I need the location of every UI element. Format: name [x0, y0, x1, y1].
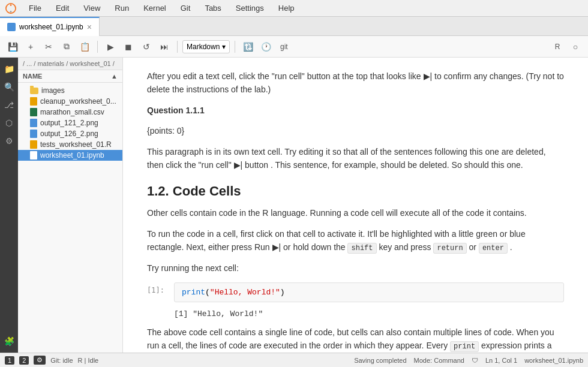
r-idle-status: R | Idle — [78, 357, 99, 364]
paste-button[interactable]: 📋 — [77, 39, 92, 55]
file-item-label: cleanup_worksheet_0... — [40, 97, 116, 106]
cursor-position: Ln 1, Col 1 — [485, 357, 517, 364]
saving-status: Saving completed — [354, 357, 406, 364]
return-code: return — [433, 243, 466, 254]
menu-view[interactable]: View — [81, 2, 103, 14]
sidebar-section-title: Name — [23, 73, 42, 80]
enter-code: enter — [479, 243, 508, 254]
tab-close-button[interactable]: × — [87, 23, 92, 31]
status-bar: 1 2 ⚙ Git: idle R | Idle Saving complete… — [0, 353, 588, 367]
code-run-paragraph: To run the code in a cell, first click o… — [147, 227, 564, 255]
string-arg: "Hello, World!" — [210, 288, 280, 297]
mode-status: Mode: Command — [414, 357, 464, 364]
tab-worksheet[interactable]: worksheet_01.ipynb × — [0, 17, 100, 36]
toolbar-separator-2 — [177, 41, 178, 53]
code-block[interactable]: print("Hello, World!") — [174, 282, 564, 302]
file-item-output121[interactable]: output_121_2.png — [18, 118, 122, 128]
save-button[interactable]: 💾 — [5, 39, 20, 55]
menu-settings[interactable]: Settings — [233, 2, 266, 14]
cut-button[interactable]: ✂ — [41, 39, 56, 55]
menu-file[interactable]: File — [26, 2, 44, 14]
tab-label: worksheet_01.ipynb — [19, 23, 83, 31]
svg-point-1 — [10, 4, 12, 6]
code-cell-1[interactable]: [1]: print("Hello, World!") — [147, 282, 564, 302]
try-running-text: Try running the next cell: — [147, 261, 564, 275]
file-item-label: tests_worksheet_01.R — [40, 140, 112, 149]
git-button[interactable]: git — [276, 39, 292, 55]
file-item-label: worksheet_01.ipynb — [40, 151, 104, 160]
file-panel: / ... / materials / worksheet_01 / Name … — [18, 58, 122, 353]
status-item1: 1 — [5, 356, 14, 365]
search-icon[interactable]: 🔍 — [2, 80, 16, 94]
sidebar: 📁 🔍 ⎇ ⬡ ⚙ 🧩 / ... / materials / workshee… — [0, 58, 123, 353]
clock-button[interactable]: 🕐 — [258, 39, 274, 55]
extensions-icon[interactable]: ⬡ — [2, 116, 16, 130]
file-item-label: images — [41, 86, 65, 95]
stop-button[interactable]: ◼ — [121, 39, 136, 55]
r-label-button[interactable]: R — [550, 39, 565, 55]
shield-icon: 🛡 — [472, 357, 478, 364]
menu-git[interactable]: Git — [178, 2, 193, 14]
sidebar-sort-icon[interactable]: ▲ — [111, 73, 118, 80]
below-code-paragraph: The above code cell contains a single li… — [147, 326, 564, 353]
file-item-marathon[interactable]: marathon_small.csv — [18, 107, 122, 118]
file-item-images[interactable]: images — [18, 85, 122, 96]
settings-icon[interactable]: ⚙ — [2, 134, 16, 148]
fast-forward-button[interactable]: ⏭ — [157, 39, 172, 55]
code-run-text2: key and press — [377, 242, 434, 252]
toolbar-separator-1 — [97, 41, 98, 53]
ipynb-file-icon — [30, 151, 37, 160]
run-button[interactable]: ▶ — [103, 39, 118, 55]
sidebar-icon-rail: 📁 🔍 ⎇ ⬡ ⚙ 🧩 — [0, 58, 18, 353]
git-icon[interactable]: ⎇ — [2, 98, 16, 112]
menu-run[interactable]: Run — [112, 2, 131, 14]
add-cell-button[interactable]: + — [23, 39, 38, 55]
files-icon[interactable]: 📁 — [2, 62, 16, 76]
question-body: This paragraph is in its own text cell. … — [147, 145, 564, 172]
file-item-worksheet[interactable]: worksheet_01.ipynb — [18, 150, 122, 161]
status-right: Saving completed Mode: Command 🛡 Ln 1, C… — [354, 357, 583, 364]
toolbar-separator-3 — [235, 41, 235, 53]
circle-button[interactable]: ○ — [568, 39, 583, 55]
tab-bar: worksheet_01.ipynb × — [0, 17, 588, 36]
tab-notebook-icon — [7, 23, 16, 31]
restart-button[interactable]: ↺ — [139, 39, 154, 55]
print-inline-code: print — [450, 341, 479, 352]
git-status: Git: idle — [50, 357, 73, 364]
cell-type-chevron: ▾ — [222, 43, 226, 51]
status-item2: 2 — [19, 356, 29, 365]
file-item-label: output_121_2.png — [40, 119, 98, 127]
code-run-text4: . — [508, 242, 512, 252]
file-item-output126[interactable]: output_126_2.png — [18, 128, 122, 139]
code-output: [1] "Hello, World!" — [174, 309, 564, 318]
menu-bar: File Edit View Run Kernel Git Tabs Setti… — [0, 0, 588, 17]
notebook-toolbar: 💾 + ✂ ⧉ 📋 ▶ ◼ ↺ ⏭ Markdown ▾ 🔃 🕐 git R ○ — [0, 36, 588, 58]
file-item-label: output_126_2.png — [40, 130, 98, 138]
refresh-button[interactable]: 🔃 — [240, 39, 256, 55]
cell-type-label: Markdown — [187, 43, 220, 51]
menu-help[interactable]: Help — [276, 2, 297, 14]
file-item-tests[interactable]: tests_worksheet_01.R — [18, 139, 122, 150]
app-logo — [5, 2, 17, 14]
notebook-content: After you edit a text cell, click the "r… — [123, 58, 588, 353]
question-points: {points: 0} — [147, 124, 564, 137]
cell-label: [1]: — [147, 282, 174, 294]
sidebar-section-header: Name ▲ — [18, 70, 122, 83]
question-title: Question 1.1.1 — [147, 104, 564, 117]
section-title: 1.2. Code Cells — [147, 184, 564, 199]
status-item3: ⚙ — [34, 356, 46, 365]
question-bold-title: Question 1.1.1 — [147, 106, 205, 115]
menu-edit[interactable]: Edit — [53, 2, 71, 14]
menu-tabs[interactable]: Tabs — [202, 2, 223, 14]
file-item-cleanup[interactable]: cleanup_worksheet_0... — [18, 96, 122, 107]
puzzle-icon[interactable]: 🧩 — [2, 335, 16, 348]
r-file-icon — [30, 97, 37, 106]
main-layout: 📁 🔍 ⎇ ⬡ ⚙ 🧩 / ... / materials / workshee… — [0, 58, 588, 353]
intro-paragraph: After you edit a text cell, click the "r… — [147, 70, 564, 97]
csv-file-icon — [30, 108, 37, 116]
png-file-icon — [30, 130, 37, 138]
shift-code: shift — [347, 243, 376, 254]
menu-kernel[interactable]: Kernel — [141, 2, 169, 14]
cell-type-select[interactable]: Markdown ▾ — [182, 40, 230, 53]
copy-button[interactable]: ⧉ — [59, 39, 74, 55]
